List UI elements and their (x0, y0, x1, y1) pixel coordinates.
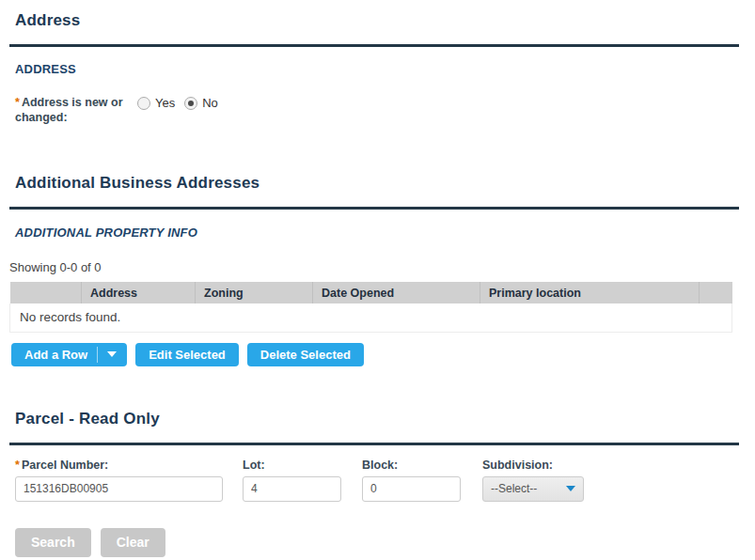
table-header-row: Address Zoning Date Opened Primary locat… (10, 282, 732, 303)
radio-no-input[interactable] (184, 97, 197, 110)
subdivision-field: Subdivision: --Select-- (482, 459, 584, 502)
parcel-number-label-text: Parcel Number: (22, 459, 108, 472)
search-button[interactable]: Search (15, 528, 91, 557)
additional-addresses-table: Address Zoning Date Opened Primary locat… (9, 282, 732, 333)
lot-input[interactable] (243, 476, 341, 502)
column-header-primary-location: Primary location (480, 282, 700, 303)
add-row-button[interactable]: Add a Row (11, 343, 127, 366)
required-marker: * (15, 459, 20, 472)
parcel-number-field: *Parcel Number: (15, 459, 243, 502)
radio-option-no[interactable]: No (184, 96, 218, 110)
section-divider (9, 44, 739, 47)
parcel-number-input[interactable] (15, 476, 223, 502)
clear-button[interactable]: Clear (101, 528, 165, 557)
address-subsection-header: ADDRESS (15, 62, 755, 76)
address-form-page: Address ADDRESS *Address is new or chang… (0, 11, 755, 560)
address-section-title: Address (15, 11, 755, 30)
required-marker: * (15, 96, 20, 109)
address-changed-label: *Address is new or changed: (15, 95, 130, 125)
radio-no-label: No (202, 96, 218, 110)
column-header-address: Address (82, 282, 196, 303)
table-toolbar: Add a Row Edit Selected Delete Selected (11, 343, 755, 366)
edit-selected-button[interactable]: Edit Selected (135, 343, 239, 366)
chevron-down-icon (107, 351, 117, 357)
no-records-message: No records found. (10, 303, 732, 332)
delete-selected-button[interactable]: Delete Selected (247, 343, 364, 366)
block-label: Block: (362, 459, 482, 472)
lot-field: Lot: (243, 459, 362, 502)
additional-addresses-section-title: Additional Business Addresses (15, 174, 755, 193)
address-changed-label-text: Address is new or changed: (15, 96, 123, 124)
add-row-button-label: Add a Row (24, 348, 87, 362)
lot-label: Lot: (243, 459, 362, 472)
subdivision-select[interactable]: --Select-- (482, 476, 584, 502)
block-field: Block: (362, 459, 482, 502)
radio-option-yes[interactable]: Yes (137, 96, 175, 110)
chevron-down-icon (566, 486, 575, 491)
address-changed-question: *Address is new or changed: Yes No (15, 95, 755, 125)
parcel-actions-row: Search Clear (15, 528, 755, 557)
add-row-dropdown-toggle[interactable] (98, 351, 127, 357)
column-header-checkbox (10, 282, 82, 303)
radio-yes-input[interactable] (137, 97, 150, 110)
column-header-date-opened: Date Opened (313, 282, 480, 303)
parcel-fields-row: *Parcel Number: Lot: Block: Subdivision:… (15, 459, 755, 502)
additional-property-info-header: ADDITIONAL PROPERTY INFO (15, 226, 755, 240)
record-count-text: Showing 0-0 of 0 (9, 260, 755, 274)
subdivision-label: Subdivision: (482, 459, 584, 472)
parcel-section-title: Parcel - Read Only (15, 410, 755, 428)
radio-yes-label: Yes (155, 96, 175, 110)
section-divider (9, 207, 739, 210)
column-header-end (700, 282, 732, 303)
table-empty-row: No records found. (10, 303, 732, 332)
block-input[interactable] (362, 476, 461, 502)
section-divider (9, 443, 739, 445)
subdivision-selected-value: --Select-- (491, 482, 537, 495)
parcel-number-label: *Parcel Number: (15, 459, 243, 472)
address-changed-radio-group: Yes No (137, 96, 228, 110)
column-header-zoning: Zoning (196, 282, 313, 303)
